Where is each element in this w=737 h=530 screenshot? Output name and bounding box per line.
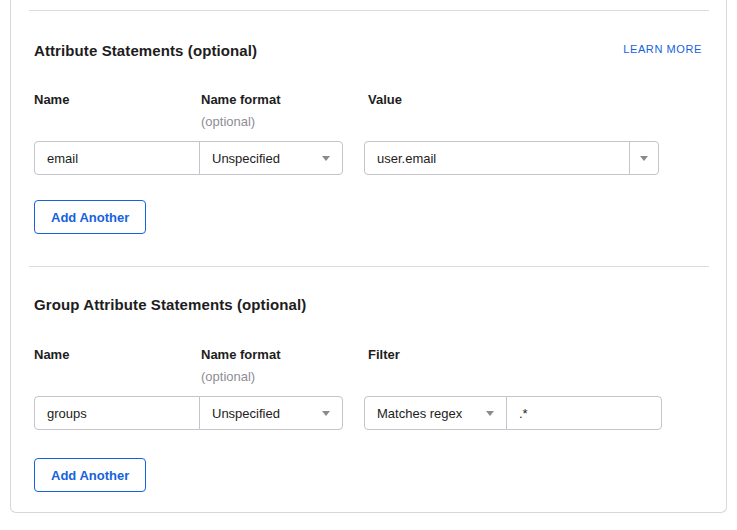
chevron-down-icon: [640, 156, 648, 161]
name-format-optional-note: (optional): [201, 369, 255, 384]
value-column-label: Value: [368, 92, 402, 107]
attribute-statements-heading: Attribute Statements (optional): [34, 42, 257, 59]
group-attribute-name-format-value: Unspecified: [212, 406, 280, 421]
divider: [29, 10, 709, 11]
name-column-label: Name: [34, 92, 69, 107]
learn-more-link[interactable]: LEARN MORE: [623, 43, 702, 55]
name-format-column-label: Name format: [201, 347, 280, 362]
attribute-name-format-value: Unspecified: [212, 151, 280, 166]
attribute-value-group: [364, 141, 659, 175]
attribute-name-input[interactable]: [34, 141, 200, 175]
chevron-down-icon: [322, 156, 330, 161]
group-attribute-name-format-select[interactable]: Unspecified: [199, 396, 343, 430]
group-attribute-filter-group: Matches regex: [364, 396, 662, 430]
name-format-column-label: Name format: [201, 92, 280, 107]
group-attribute-name-group: Unspecified: [34, 396, 343, 430]
group-attribute-name-input[interactable]: [34, 396, 200, 430]
group-attribute-statements-heading: Group Attribute Statements (optional): [34, 296, 306, 313]
filter-column-label: Filter: [368, 347, 400, 362]
name-format-optional-note: (optional): [201, 114, 255, 129]
saml-settings-panel: Attribute Statements (optional) LEARN MO…: [10, 0, 727, 513]
group-attribute-filter-type-select[interactable]: Matches regex: [364, 396, 507, 430]
attribute-value-input[interactable]: [364, 141, 630, 175]
add-another-attribute-button[interactable]: Add Another: [34, 200, 146, 234]
add-another-group-attribute-button[interactable]: Add Another: [34, 458, 146, 492]
group-attribute-filter-value-input[interactable]: [506, 396, 662, 430]
chevron-down-icon: [322, 411, 330, 416]
attribute-name-group: Unspecified: [34, 141, 343, 175]
chevron-down-icon: [486, 411, 494, 416]
attribute-name-format-select[interactable]: Unspecified: [199, 141, 343, 175]
divider: [29, 266, 709, 267]
name-column-label: Name: [34, 347, 69, 362]
attribute-value-dropdown-button[interactable]: [629, 141, 659, 175]
group-attribute-filter-type-value: Matches regex: [377, 406, 462, 421]
